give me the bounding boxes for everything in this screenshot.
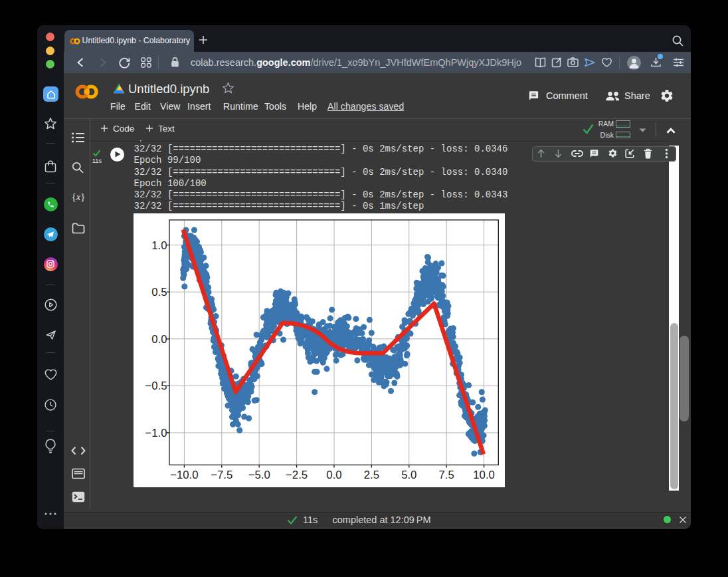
svg-text:1.0: 1.0: [151, 239, 167, 251]
svg-text:−5.0: −5.0: [248, 468, 270, 481]
svg-text:0.0: 0.0: [151, 332, 167, 345]
svg-text:0.5: 0.5: [151, 286, 167, 298]
svg-text:−2.5: −2.5: [286, 468, 308, 481]
svg-text:5.0: 5.0: [401, 468, 416, 481]
svg-text:−10.0: −10.0: [170, 468, 198, 481]
svg-text:−1.0: −1.0: [145, 426, 167, 439]
svg-text:2.5: 2.5: [364, 468, 379, 481]
svg-text:−0.5: −0.5: [145, 380, 167, 392]
svg-text:0.0: 0.0: [326, 468, 341, 481]
svg-text:−7.5: −7.5: [211, 468, 232, 481]
svg-text:7.5: 7.5: [439, 468, 454, 481]
svg-text:10.0: 10.0: [473, 468, 495, 481]
